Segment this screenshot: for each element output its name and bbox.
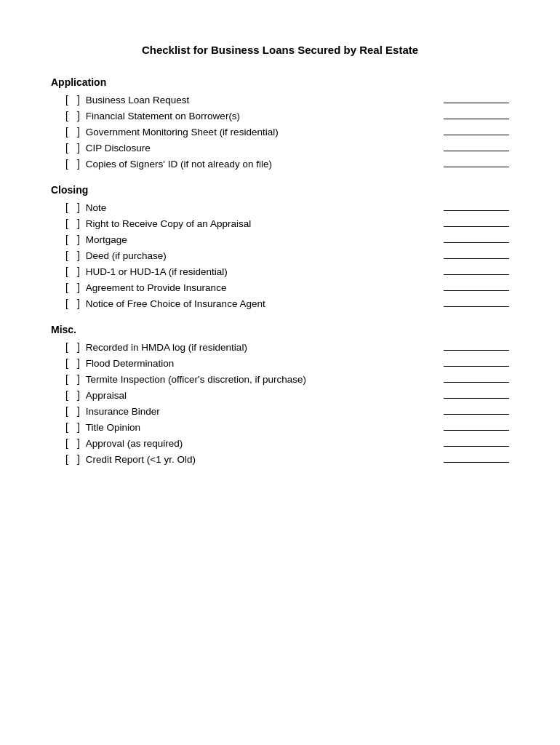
bracket-open: [ <box>65 110 68 121</box>
section-closing: Closing[ ]Note[ ]Right to Receive Copy o… <box>51 184 509 309</box>
item-label-insurance-binder: Insurance Binder <box>86 406 436 417</box>
bracket-close: ] <box>77 266 80 277</box>
bracket-close: ] <box>77 405 80 417</box>
item-label-mortgage: Mortgage <box>86 234 436 245</box>
item-line-agreement-provide-insurance <box>444 290 509 291</box>
bracket-open: [ <box>65 373 68 385</box>
checklist-item-financial-statement: [ ]Financial Statement on Borrower(s) <box>51 110 509 121</box>
checklist-item-copies-signers-id: [ ]Copies of Signers' ID (if not already… <box>51 158 509 170</box>
item-line-credit-report <box>444 462 509 463</box>
item-line-recorded-hmda <box>444 350 509 351</box>
checklist-item-mortgage: [ ]Mortgage <box>51 234 509 245</box>
page-title: Checklist for Business Loans Secured by … <box>51 44 509 56</box>
checklist-item-agreement-provide-insurance: [ ]Agreement to Provide Insurance <box>51 282 509 293</box>
item-line-flood-determination <box>444 366 509 367</box>
bracket-open: [ <box>65 266 68 277</box>
bracket-open: [ <box>65 341 68 353</box>
bracket-close: ] <box>77 421 80 433</box>
item-line-title-opinion <box>444 430 509 431</box>
checklist-item-credit-report: [ ]Credit Report (<1 yr. Old) <box>51 453 509 465</box>
bracket-close: ] <box>77 357 80 369</box>
section-header-misc: Misc. <box>51 324 509 335</box>
bracket-open: [ <box>65 437 68 449</box>
bracket-open: [ <box>65 453 68 465</box>
bracket-close: ] <box>77 158 80 170</box>
bracket-open: [ <box>65 202 68 213</box>
bracket-close: ] <box>77 234 80 245</box>
item-label-business-loan-request: Business Loan Request <box>86 95 436 105</box>
item-label-cip-disclosure: CIP Disclosure <box>86 143 436 154</box>
item-line-hud-1 <box>444 274 509 275</box>
item-line-financial-statement <box>444 119 509 119</box>
bracket-open: [ <box>65 218 68 229</box>
checklist-item-government-monitoring: [ ]Government Monitoring Sheet (if resid… <box>51 126 509 138</box>
item-label-flood-determination: Flood Determination <box>86 358 436 369</box>
checklist-item-deed: [ ]Deed (if purchase) <box>51 250 509 261</box>
bracket-close: ] <box>77 341 80 353</box>
item-label-agreement-provide-insurance: Agreement to Provide Insurance <box>86 282 436 293</box>
bracket-close: ] <box>77 218 80 229</box>
bracket-close: ] <box>77 389 80 401</box>
checklist-item-right-to-receive-copy: [ ]Right to Receive Copy of an Appraisal <box>51 218 509 229</box>
item-label-approval: Approval (as required) <box>86 438 436 449</box>
checklist-item-flood-determination: [ ]Flood Determination <box>51 357 509 369</box>
bracket-close: ] <box>77 250 80 261</box>
bracket-close: ] <box>77 437 80 449</box>
bracket-open: [ <box>65 94 68 105</box>
item-label-hud-1: HUD-1 or HUD-1A (if residential) <box>86 266 436 277</box>
bracket-close: ] <box>77 94 80 105</box>
bracket-close: ] <box>77 298 80 309</box>
item-line-cip-disclosure <box>444 151 509 151</box>
item-label-notice-free-choice: Notice of Free Choice of Insurance Agent <box>86 298 436 309</box>
section-misc: Misc.[ ]Recorded in HMDA log (if residen… <box>51 324 509 465</box>
bracket-open: [ <box>65 250 68 261</box>
section-header-application: Application <box>51 76 509 88</box>
item-line-note <box>444 210 509 211</box>
checklist-item-insurance-binder: [ ]Insurance Binder <box>51 405 509 417</box>
bracket-close: ] <box>77 202 80 213</box>
checklist-item-title-opinion: [ ]Title Opinion <box>51 421 509 433</box>
checklist-item-note: [ ]Note <box>51 202 509 213</box>
checklist-item-appraisal: [ ]Appraisal <box>51 389 509 401</box>
item-label-credit-report: Credit Report (<1 yr. Old) <box>86 454 436 465</box>
bracket-close: ] <box>77 110 80 121</box>
section-application: Application[ ]Business Loan Request[ ]Fi… <box>51 76 509 170</box>
item-line-government-monitoring <box>444 135 509 135</box>
item-label-appraisal: Appraisal <box>86 390 436 401</box>
checklist-item-notice-free-choice: [ ]Notice of Free Choice of Insurance Ag… <box>51 298 509 309</box>
bracket-close: ] <box>77 453 80 465</box>
bracket-open: [ <box>65 421 68 433</box>
checklist-item-approval: [ ]Approval (as required) <box>51 437 509 449</box>
item-line-notice-free-choice <box>444 306 509 307</box>
checklist-item-hud-1: [ ]HUD-1 or HUD-1A (if residential) <box>51 266 509 277</box>
bracket-close: ] <box>77 142 80 154</box>
item-line-appraisal <box>444 398 509 399</box>
bracket-close: ] <box>77 373 80 385</box>
item-line-business-loan-request <box>444 103 509 103</box>
item-line-mortgage <box>444 242 509 243</box>
bracket-open: [ <box>65 234 68 245</box>
checklist-item-recorded-hmda: [ ]Recorded in HMDA log (if residential) <box>51 341 509 353</box>
item-line-copies-signers-id <box>444 167 509 167</box>
checklist-item-cip-disclosure: [ ]CIP Disclosure <box>51 142 509 154</box>
bracket-open: [ <box>65 126 68 138</box>
bracket-open: [ <box>65 405 68 417</box>
item-label-copies-signers-id: Copies of Signers' ID (if not already on… <box>86 159 436 170</box>
bracket-close: ] <box>77 282 80 293</box>
bracket-open: [ <box>65 282 68 293</box>
checklist-item-termite-inspection: [ ]Termite Inspection (officer's discret… <box>51 373 509 385</box>
item-label-termite-inspection: Termite Inspection (officer's discretion… <box>86 374 436 385</box>
section-header-closing: Closing <box>51 184 509 196</box>
item-line-insurance-binder <box>444 414 509 415</box>
item-label-financial-statement: Financial Statement on Borrower(s) <box>86 111 436 121</box>
item-label-government-monitoring: Government Monitoring Sheet (if resident… <box>86 127 436 138</box>
item-label-note: Note <box>86 202 436 213</box>
item-line-approval <box>444 446 509 447</box>
item-label-deed: Deed (if purchase) <box>86 250 436 261</box>
item-label-title-opinion: Title Opinion <box>86 422 436 433</box>
item-line-termite-inspection <box>444 382 509 383</box>
bracket-open: [ <box>65 357 68 369</box>
bracket-open: [ <box>65 142 68 154</box>
bracket-open: [ <box>65 158 68 170</box>
checklist-container: Application[ ]Business Loan Request[ ]Fi… <box>51 76 509 465</box>
